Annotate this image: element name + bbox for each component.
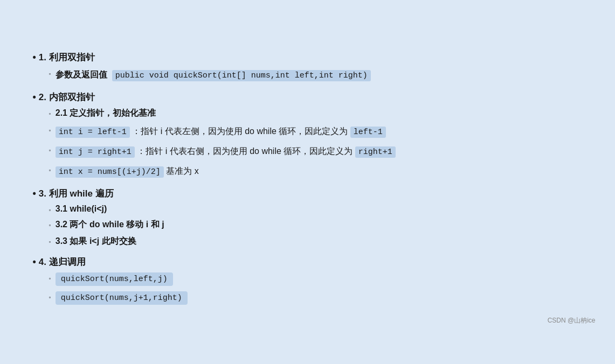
bullet-icon [49,293,51,301]
section3-item1-text: 3.1 while(i<j) [56,204,107,214]
section3-children: 3.1 while(i<j) 3.2 两个 do while 移动 i 和 j … [49,204,583,247]
section2-item2-text: int i = left-1 ：指针 i 代表左侧，因为使用 do while … [56,124,386,139]
section2: 2. 内部双指针 2.1 定义指针，初始化基准 int i = left-1 ：… [33,91,583,179]
section4-title: 4. 递归调用 [33,257,86,267]
bullet-icon [49,110,51,117]
bullet-icon [49,146,51,154]
main-list: 1. 利用双指针 参数及返回值 public void quickSort(in… [33,51,583,305]
section2-item1: 2.1 定义指针，初始化基准 [49,108,583,119]
section1: 1. 利用双指针 参数及返回值 public void quickSort(in… [33,51,583,82]
section2-item4: int x = nums[(i+j)/2] 基准为 x [49,164,583,179]
section1-title: 1. 利用双指针 [33,52,95,62]
section3-title: 3. 利用 while 遍历 [33,188,114,199]
section4-item1: quickSort(nums,left,j) [49,272,583,286]
bullet-icon [49,275,51,282]
watermark: CSDN @山枘ice [548,316,596,325]
section2-item1-text: 2.1 定义指针，初始化基准 [56,108,156,119]
section4: 4. 递归调用 quickSort(nums,left,j) quickSort… [33,256,583,305]
int-j-code: int j = right+1 [56,146,135,158]
section1-item1: 参数及返回值 public void quickSort(int[] nums,… [49,68,583,82]
section3-item3: 3.3 如果 i<j 此时交换 [49,236,583,247]
section3: 3. 利用 while 遍历 3.1 while(i<j) 3.2 两个 do … [33,187,583,247]
section1-children: 参数及返回值 public void quickSort(int[] nums,… [49,68,583,82]
section3-item2: 3.2 两个 do while 移动 i 和 j [49,219,583,230]
section2-item2: int i = left-1 ：指针 i 代表左侧，因为使用 do while … [49,124,583,139]
quicksort2-code: quickSort(nums,j+1,right) [56,291,188,305]
bullet-icon [49,206,51,214]
param-code: public void quickSort(int[] nums,int lef… [112,70,371,81]
int-i-code: int i = left-1 [56,127,130,138]
section3-item1: 3.1 while(i<j) [49,204,583,214]
section4-item2: quickSort(nums,j+1,right) [49,291,583,305]
section2-item4-text: int x = nums[(i+j)/2] 基准为 x [56,164,199,179]
section3-item2-text: 3.2 两个 do while 移动 i 和 j [56,219,164,230]
section2-item3-text: int j = right+1 ：指针 i 代表右侧，因为使用 do while… [56,144,396,159]
section1-item1-text: 参数及返回值 public void quickSort(int[] nums,… [56,68,371,82]
int-x-code: int x = nums[(i+j)/2] [56,166,164,178]
left-1-code: left-1 [350,127,386,138]
bullet-icon [49,127,51,134]
bullet-icon [49,70,51,78]
main-container: 1. 利用双指针 参数及返回值 public void quickSort(in… [11,35,604,330]
section2-children: 2.1 定义指针，初始化基准 int i = left-1 ：指针 i 代表左侧… [49,108,583,179]
param-label: 参数及返回值 [56,70,107,79]
quicksort1-code: quickSort(nums,left,j) [56,272,173,286]
section2-item3: int j = right+1 ：指针 i 代表右侧，因为使用 do while… [49,144,583,159]
section2-title: 2. 内部双指针 [33,92,95,102]
section3-item3-text: 3.3 如果 i<j 此时交换 [56,236,136,247]
bullet-icon [49,221,51,229]
section4-children: quickSort(nums,left,j) quickSort(nums,j+… [49,272,583,305]
bullet-icon [49,166,51,174]
right-1-code: right+1 [355,146,396,158]
bullet-icon [49,238,51,246]
